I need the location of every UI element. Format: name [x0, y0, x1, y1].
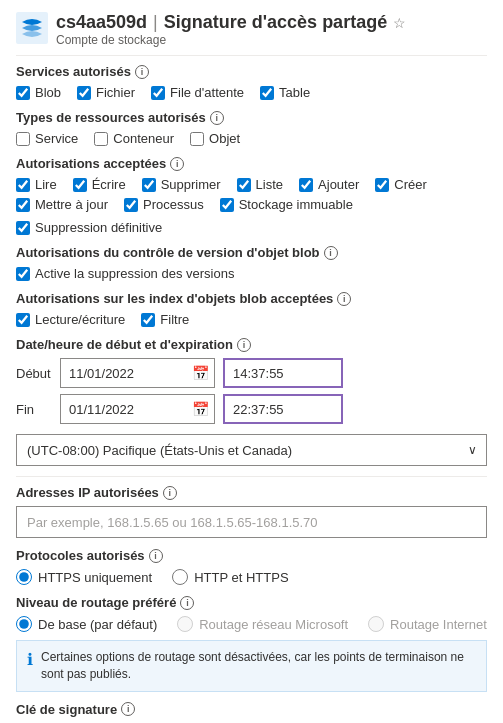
- checkbox-objet[interactable]: Objet: [190, 131, 240, 146]
- radio-internet[interactable]: Routage Internet: [368, 616, 487, 632]
- resource-icon: [16, 12, 48, 44]
- routage-info-text: Certaines options de routage sont désact…: [41, 649, 476, 683]
- page-header: cs4aa509d | Signature d'accès partagé ☆ …: [16, 12, 487, 47]
- index-objets-label: Autorisations sur les index d'objets blo…: [16, 291, 487, 306]
- adresses-ip-label: Adresses IP autorisées i: [16, 485, 487, 500]
- autorisations-acceptees-info-icon[interactable]: i: [170, 157, 184, 171]
- debut-label: Début: [16, 366, 52, 381]
- fin-label: Fin: [16, 402, 52, 417]
- index-objets-checkboxes: Lecture/écriture Filtre: [16, 312, 487, 327]
- routage-info-box: ℹ Certaines options de routage sont désa…: [16, 640, 487, 692]
- resource-name: cs4aa509d: [56, 12, 147, 33]
- autorisations-row2: Mettre à jour Processus Stockage immuabl…: [16, 197, 487, 235]
- autorisations-acceptees-label: Autorisations acceptées i: [16, 156, 487, 171]
- controle-version-info-icon[interactable]: i: [324, 246, 338, 260]
- checkbox-fichier[interactable]: Fichier: [77, 85, 135, 100]
- controle-version-checkboxes: Active la suppression des versions: [16, 266, 487, 281]
- checkbox-mettre-a-jour[interactable]: Mettre à jour: [16, 197, 108, 212]
- controle-version-label: Autorisations du contrôle de version d'o…: [16, 245, 487, 260]
- autorisations-row1: Lire Écrire Supprimer Liste Ajouter Crée…: [16, 177, 487, 192]
- routage-label: Niveau de routage préféré i: [16, 595, 487, 610]
- timezone-dropdown-wrap: (UTC-08:00) Pacifique (États-Unis et Can…: [16, 434, 487, 466]
- favorite-star-icon[interactable]: ☆: [393, 15, 406, 31]
- radio-https-only[interactable]: HTTPS uniquement: [16, 569, 152, 585]
- debut-row: Début 📅: [16, 358, 487, 388]
- checkbox-ecrire[interactable]: Écrire: [73, 177, 126, 192]
- protocoles-label: Protocoles autorisés i: [16, 548, 487, 563]
- debut-time-input[interactable]: [223, 358, 343, 388]
- checkbox-creer[interactable]: Créer: [375, 177, 427, 192]
- title-separator: |: [153, 12, 158, 33]
- fin-date-wrap: 📅: [60, 394, 215, 424]
- cle-signature-section: Clé de signature i key1 key2 ∨: [16, 702, 487, 723]
- controle-version-section: Autorisations du contrôle de version d'o…: [16, 245, 487, 281]
- checkbox-conteneur[interactable]: Conteneur: [94, 131, 174, 146]
- checkbox-supprimer[interactable]: Supprimer: [142, 177, 221, 192]
- adresses-ip-section: Adresses IP autorisées i: [16, 485, 487, 538]
- debut-date-wrap: 📅: [60, 358, 215, 388]
- index-objets-info-icon[interactable]: i: [337, 292, 351, 306]
- checkbox-stockage-immuable[interactable]: Stockage immuable: [220, 197, 353, 212]
- protocoles-section: Protocoles autorisés i HTTPS uniquement …: [16, 548, 487, 585]
- resource-type: Compte de stockage: [56, 33, 406, 47]
- radio-http-https[interactable]: HTTP et HTTPS: [172, 569, 288, 585]
- timezone-select[interactable]: (UTC-08:00) Pacifique (États-Unis et Can…: [16, 434, 487, 466]
- services-autorises-checkboxes: Blob Fichier File d'attente Table: [16, 85, 487, 100]
- checkbox-table[interactable]: Table: [260, 85, 310, 100]
- checkbox-liste[interactable]: Liste: [237, 177, 283, 192]
- protocoles-radios: HTTPS uniquement HTTP et HTTPS: [16, 569, 487, 585]
- checkbox-ajouter[interactable]: Ajouter: [299, 177, 359, 192]
- fin-time-input[interactable]: [223, 394, 343, 424]
- checkbox-file-attente[interactable]: File d'attente: [151, 85, 244, 100]
- autorisations-acceptees-section: Autorisations acceptées i Lire Écrire Su…: [16, 156, 487, 235]
- adresses-ip-input[interactable]: [16, 506, 487, 538]
- fin-row: Fin 📅: [16, 394, 487, 424]
- date-expiration-section: Date/heure de début et d'expiration i Dé…: [16, 337, 487, 424]
- date-expiration-label: Date/heure de début et d'expiration i: [16, 337, 487, 352]
- cle-signature-info-icon[interactable]: i: [121, 702, 135, 716]
- date-expiration-info-icon[interactable]: i: [237, 338, 251, 352]
- radio-microsoft[interactable]: Routage réseau Microsoft: [177, 616, 348, 632]
- debut-date-input[interactable]: [60, 358, 215, 388]
- checkbox-lire[interactable]: Lire: [16, 177, 57, 192]
- checkbox-filtre[interactable]: Filtre: [141, 312, 189, 327]
- types-ressources-info-icon[interactable]: i: [210, 111, 224, 125]
- routage-info-icon[interactable]: i: [180, 596, 194, 610]
- checkbox-service[interactable]: Service: [16, 131, 78, 146]
- checkbox-lecture-ecriture[interactable]: Lecture/écriture: [16, 312, 125, 327]
- checkbox-suppression-definitive[interactable]: Suppression définitive: [16, 220, 162, 235]
- checkbox-active-suppression[interactable]: Active la suppression des versions: [16, 266, 234, 281]
- protocoles-info-icon[interactable]: i: [149, 549, 163, 563]
- checkbox-processus[interactable]: Processus: [124, 197, 204, 212]
- services-autorises-info-icon[interactable]: i: [135, 65, 149, 79]
- routage-section: Niveau de routage préféré i De base (par…: [16, 595, 487, 692]
- services-autorises-section: Services autorisés i Blob Fichier File d…: [16, 64, 487, 100]
- radio-base[interactable]: De base (par défaut): [16, 616, 157, 632]
- cle-signature-label: Clé de signature i: [16, 702, 487, 717]
- types-ressources-section: Types de ressources autorisés i Service …: [16, 110, 487, 146]
- types-ressources-checkboxes: Service Conteneur Objet: [16, 131, 487, 146]
- index-objets-section: Autorisations sur les index d'objets blo…: [16, 291, 487, 327]
- types-ressources-label: Types de ressources autorisés i: [16, 110, 487, 125]
- title-block: cs4aa509d | Signature d'accès partagé ☆ …: [56, 12, 406, 47]
- adresses-ip-info-icon[interactable]: i: [163, 486, 177, 500]
- fin-date-input[interactable]: [60, 394, 215, 424]
- routage-info-box-icon: ℹ: [27, 650, 33, 683]
- checkbox-blob[interactable]: Blob: [16, 85, 61, 100]
- services-autorises-label: Services autorisés i: [16, 64, 487, 79]
- page-title: Signature d'accès partagé: [164, 12, 387, 33]
- routage-radios: De base (par défaut) Routage réseau Micr…: [16, 616, 487, 632]
